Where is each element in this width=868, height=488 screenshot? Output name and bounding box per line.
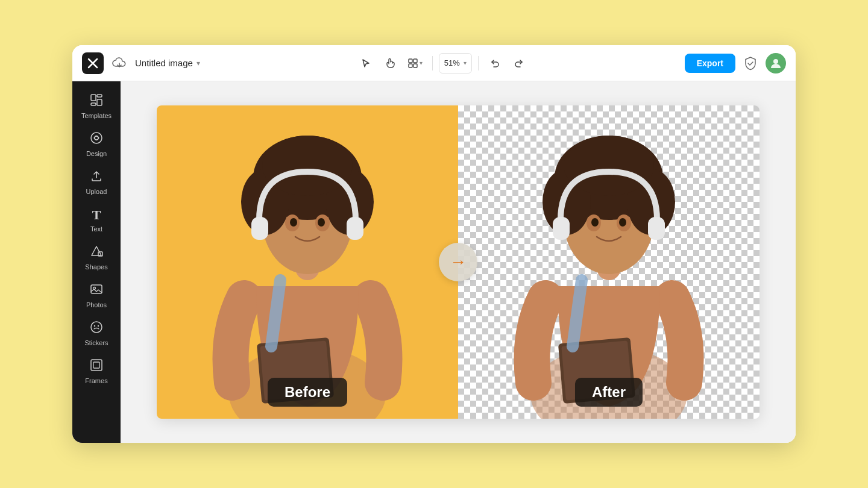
zoom-value: 51% (444, 58, 460, 67)
svg-rect-45 (553, 217, 570, 240)
photos-icon (90, 283, 103, 299)
photos-label: Photos (86, 301, 107, 308)
frames-icon (90, 358, 103, 375)
toolbar: ▾ 51% ▾ (207, 53, 678, 74)
comparison-container: Before (157, 105, 760, 419)
upload-label: Upload (86, 188, 107, 195)
svg-rect-3 (414, 64, 417, 67)
shapes-icon (90, 245, 103, 261)
svg-rect-7 (97, 99, 102, 105)
svg-point-44 (619, 218, 626, 227)
sidebar-item-upload[interactable]: Upload (76, 164, 117, 200)
sidebar-item-templates[interactable]: Templates (76, 89, 117, 124)
svg-rect-46 (648, 217, 665, 240)
sidebar-item-shapes[interactable]: Shapes (76, 240, 117, 275)
svg-rect-31 (347, 217, 363, 240)
after-label: After (575, 378, 643, 407)
after-panel: After (458, 105, 760, 419)
cloud-save-icon[interactable] (110, 54, 129, 73)
layout-tool-button[interactable]: ▾ (404, 53, 426, 74)
text-label: Text (90, 225, 102, 233)
main-area: Templates Design (72, 81, 796, 443)
svg-rect-30 (251, 217, 268, 240)
sidebar-item-photos[interactable]: Photos (76, 278, 117, 313)
header-right: Export (685, 53, 786, 74)
design-label: Design (86, 150, 107, 157)
svg-point-4 (773, 59, 778, 64)
header: Untitled image ▾ (72, 45, 796, 81)
sidebar: Templates Design (72, 81, 121, 443)
doc-title[interactable]: Untitled image ▾ (135, 58, 200, 68)
header-left: Untitled image ▾ (82, 52, 200, 74)
shapes-label: Shapes (85, 263, 107, 271)
sidebar-item-design[interactable]: Design (76, 127, 117, 162)
arrow-icon: → (450, 252, 467, 272)
redo-button[interactable] (509, 53, 529, 74)
avatar[interactable] (766, 53, 786, 74)
svg-point-9 (91, 133, 102, 143)
frames-label: Frames (85, 377, 107, 384)
svg-point-25 (262, 136, 353, 196)
svg-rect-6 (97, 95, 102, 97)
sidebar-item-text[interactable]: T Text (76, 202, 117, 237)
before-person-svg (157, 105, 458, 419)
zoom-control[interactable]: 51% ▾ (439, 53, 472, 74)
svg-point-40 (564, 136, 654, 196)
logo-icon (82, 52, 104, 74)
svg-point-43 (591, 218, 599, 227)
title-chevron-icon: ▾ (197, 59, 200, 67)
hand-tool-button[interactable] (380, 53, 400, 74)
svg-rect-0 (409, 59, 412, 63)
text-icon: T (92, 207, 101, 223)
canvas-area[interactable]: Before (121, 81, 796, 443)
sidebar-item-frames[interactable]: Frames (76, 354, 117, 389)
templates-label: Templates (81, 112, 112, 119)
toolbar-divider (432, 56, 433, 70)
svg-rect-2 (409, 64, 412, 67)
toolbar-divider-2 (478, 56, 479, 70)
svg-point-16 (98, 325, 99, 327)
svg-rect-1 (414, 59, 417, 63)
svg-point-15 (94, 325, 95, 327)
svg-point-10 (95, 136, 98, 140)
export-button[interactable]: Export (685, 54, 735, 73)
stickers-label: Stickers (84, 339, 108, 346)
svg-point-14 (91, 322, 102, 333)
doc-title-text: Untitled image (135, 58, 193, 68)
svg-rect-12 (91, 285, 102, 293)
design-icon (90, 131, 103, 148)
upload-icon (90, 169, 103, 186)
select-tool-button[interactable] (356, 53, 376, 74)
sidebar-item-stickers[interactable]: Stickers (76, 316, 117, 351)
arrow-circle: → (439, 243, 477, 281)
svg-rect-17 (91, 360, 102, 371)
zoom-chevron-icon: ▾ (464, 60, 467, 66)
shield-icon[interactable] (741, 54, 760, 72)
stickers-icon (90, 321, 103, 337)
svg-rect-8 (91, 103, 96, 105)
before-panel: Before (157, 105, 458, 419)
svg-point-29 (318, 218, 325, 227)
app-window: Untitled image ▾ (72, 45, 796, 443)
templates-icon (90, 93, 103, 110)
before-label: Before (268, 378, 347, 407)
svg-point-28 (290, 218, 297, 227)
undo-button[interactable] (485, 53, 505, 74)
svg-rect-18 (93, 362, 99, 368)
after-person-svg (458, 105, 760, 419)
svg-rect-5 (91, 95, 96, 101)
